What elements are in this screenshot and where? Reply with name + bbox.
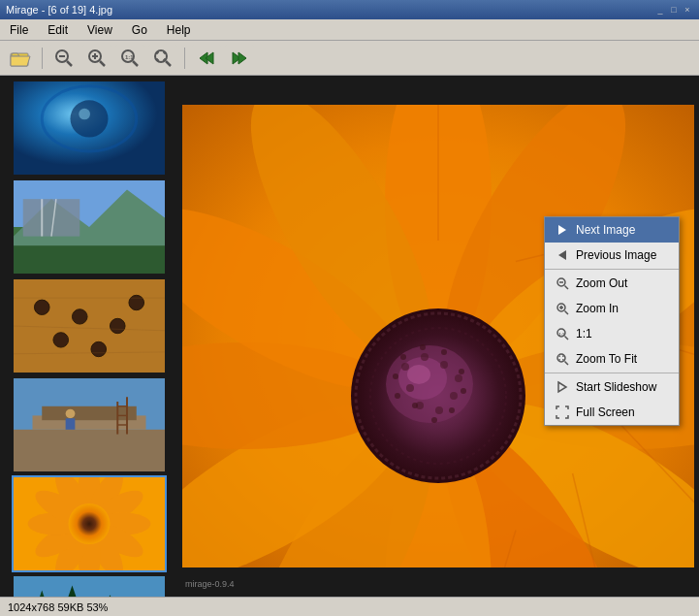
svg-point-107 xyxy=(461,388,466,394)
svg-text:1:1: 1:1 xyxy=(559,332,566,337)
watermark: mirage-0.9.4 xyxy=(185,579,235,589)
svg-line-127 xyxy=(565,362,569,366)
svg-point-106 xyxy=(449,407,455,413)
svg-point-20 xyxy=(79,109,90,120)
ctx-prev-image[interactable]: Previous Image xyxy=(545,243,679,268)
one-one-glass-icon: 1:1 xyxy=(555,326,570,341)
ctx-sep-1 xyxy=(545,269,679,270)
menu-view[interactable]: View xyxy=(81,21,118,39)
svg-point-110 xyxy=(420,344,426,350)
ctx-slideshow[interactable]: Start Slideshow xyxy=(545,374,679,400)
thumbnail-5[interactable] xyxy=(12,475,167,572)
zoom-fit-button[interactable] xyxy=(148,45,177,72)
svg-point-111 xyxy=(400,354,406,360)
thumbnail-2[interactable] xyxy=(12,178,167,276)
svg-marker-128 xyxy=(558,382,566,392)
svg-point-104 xyxy=(412,403,418,408)
menu-edit[interactable]: Edit xyxy=(42,21,74,39)
svg-point-103 xyxy=(406,384,414,392)
close-button[interactable]: × xyxy=(682,4,693,16)
svg-rect-42 xyxy=(42,406,137,420)
prev-nav-button[interactable] xyxy=(192,45,221,72)
svg-point-43 xyxy=(65,409,75,419)
svg-point-99 xyxy=(455,374,462,382)
svg-point-105 xyxy=(431,417,437,423)
svg-marker-115 xyxy=(558,250,566,260)
thumbnail-1[interactable] xyxy=(12,80,167,177)
zoom-fit-icon xyxy=(153,49,173,68)
zoom-in-button[interactable] xyxy=(82,45,111,72)
svg-rect-44 xyxy=(65,418,75,430)
ctx-zoom-fit[interactable]: Zoom To Fit xyxy=(545,346,679,372)
ctx-sep-2 xyxy=(545,373,679,373)
ctx-zoom-out[interactable]: Zoom Out xyxy=(545,271,679,296)
ctx-zoom-in[interactable]: Zoom In xyxy=(545,296,679,321)
svg-line-3 xyxy=(67,61,72,66)
status-filesize: 59KB xyxy=(57,601,83,613)
ctx-prev-image-label: Previous Image xyxy=(576,248,656,262)
zoom-in-icon xyxy=(87,49,107,68)
prev-arrow-icon xyxy=(555,247,570,263)
svg-rect-64 xyxy=(14,576,165,597)
zoom-in-glass-icon xyxy=(555,301,570,316)
svg-line-118 xyxy=(565,286,569,290)
zoom-fit-glass-icon xyxy=(555,351,570,367)
menu-go[interactable]: Go xyxy=(126,21,153,39)
ctx-zoom-out-label: Zoom Out xyxy=(576,276,627,290)
svg-line-7 xyxy=(100,61,105,66)
ctx-1to1-label: 1:1 xyxy=(576,327,592,340)
svg-rect-29 xyxy=(14,279,165,373)
next-nav-button[interactable] xyxy=(225,45,254,72)
thumbnail-6[interactable] xyxy=(12,574,167,597)
context-menu: Next Image Previous Image xyxy=(544,216,680,426)
image-view[interactable]: mirage-0.9.4 Next Image Previous Image xyxy=(177,76,699,597)
ctx-next-image[interactable]: Next Image xyxy=(545,217,679,243)
zoom-out-button[interactable] xyxy=(49,45,79,72)
svg-line-125 xyxy=(565,337,569,340)
window-title: Mirage - [6 of 19] 4.jpg xyxy=(6,4,112,16)
thumbnail-4[interactable] xyxy=(12,376,167,473)
toolbar: 1:1 xyxy=(0,41,699,76)
svg-text:1:1: 1:1 xyxy=(125,54,134,60)
title-bar-controls[interactable]: _ □ × xyxy=(654,4,693,16)
svg-point-126 xyxy=(557,354,565,362)
status-dimensions: 1024x768 xyxy=(8,601,54,613)
thumbnail-3[interactable] xyxy=(12,277,167,374)
title-bar: Mirage - [6 of 19] 4.jpg _ □ × xyxy=(0,0,699,19)
minimize-button[interactable]: _ xyxy=(654,4,666,16)
zoom-out-glass-icon xyxy=(555,276,570,291)
ctx-zoom-in-label: Zoom In xyxy=(576,302,619,315)
ctx-fullscreen[interactable]: Full Screen xyxy=(545,400,679,425)
svg-point-95 xyxy=(407,365,430,384)
ctx-1to1[interactable]: 1:1 1:1 xyxy=(545,321,679,346)
ctx-zoom-fit-label: Zoom To Fit xyxy=(576,352,637,366)
svg-rect-24 xyxy=(14,245,165,274)
svg-point-100 xyxy=(450,392,458,400)
svg-point-113 xyxy=(395,393,400,399)
prev-nav-icon xyxy=(196,49,217,68)
play-icon xyxy=(555,379,570,395)
fullscreen-icon xyxy=(555,405,570,420)
toolbar-sep-2 xyxy=(184,48,185,69)
svg-rect-40 xyxy=(14,430,165,471)
svg-point-97 xyxy=(421,353,429,361)
svg-point-19 xyxy=(70,100,108,137)
thumbnail-panel[interactable] xyxy=(0,76,177,597)
svg-point-63 xyxy=(68,503,110,544)
main-area: mirage-0.9.4 Next Image Previous Image xyxy=(0,76,699,597)
maximize-button[interactable]: □ xyxy=(668,4,680,16)
ctx-slideshow-label: Start Slideshow xyxy=(576,380,656,394)
svg-point-34 xyxy=(90,341,106,356)
svg-marker-114 xyxy=(558,225,566,235)
ctx-next-image-label: Next Image xyxy=(576,223,635,237)
svg-point-96 xyxy=(401,363,409,371)
menu-help[interactable]: Help xyxy=(161,21,197,39)
svg-point-33 xyxy=(52,333,68,347)
menu-file[interactable]: File xyxy=(4,21,34,39)
open-button[interactable] xyxy=(6,45,35,72)
next-arrow-icon xyxy=(555,222,570,238)
ctx-fullscreen-label: Full Screen xyxy=(576,405,635,419)
zoom-out-icon xyxy=(54,49,74,68)
zoom-1to1-button[interactable]: 1:1 xyxy=(115,45,144,72)
svg-point-101 xyxy=(435,406,443,414)
